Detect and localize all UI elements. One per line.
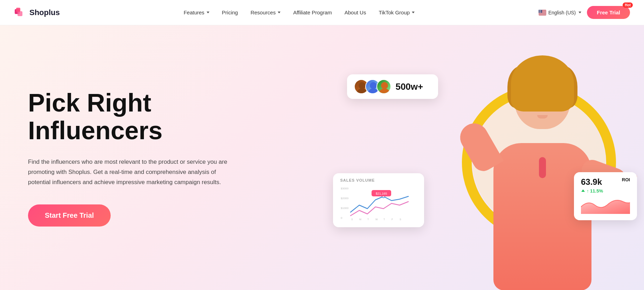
svg-point-18 <box>540 11 540 11</box>
svg-point-36 <box>540 12 540 13</box>
svg-rect-1 <box>18 11 22 16</box>
logo-link[interactable]: Shoplus <box>14 6 60 19</box>
roi-number: 63.9k <box>581 177 602 187</box>
language-selector[interactable]: English (US) <box>539 10 582 15</box>
chevron-down-icon <box>579 12 581 13</box>
mouth <box>537 115 548 119</box>
svg-text:F: F <box>392 218 393 221</box>
nav-about[interactable]: About Us <box>345 9 366 15</box>
nav-pricing[interactable]: Pricing <box>222 9 238 15</box>
svg-marker-59 <box>581 189 585 192</box>
svg-point-33 <box>541 12 541 12</box>
flag-icon <box>539 10 546 15</box>
svg-point-12 <box>539 10 540 10</box>
navbar: Shoplus Features Pricing Resources Affil… <box>0 0 644 25</box>
svg-point-26 <box>540 11 540 12</box>
svg-point-25 <box>539 11 539 12</box>
roi-card: 63.9k ROI ↑ 11.5% <box>574 172 637 220</box>
hoodie-string <box>539 157 546 178</box>
svg-text:$21,165: $21,165 <box>376 192 387 195</box>
svg-text:$3000: $3000 <box>341 187 349 190</box>
hero-right: 500w+ SALES VOLUME $3000 $2000 $1000 0 S… <box>354 25 644 290</box>
svg-text:W: W <box>375 218 378 221</box>
chevron-down-icon <box>207 12 209 13</box>
svg-text:T: T <box>383 218 385 221</box>
svg-point-40 <box>370 82 377 89</box>
hero-description: Find the influencers who are most releva… <box>28 157 231 188</box>
person-illustration <box>469 38 616 290</box>
svg-text:S: S <box>400 218 401 221</box>
svg-point-22 <box>540 11 540 11</box>
svg-point-42 <box>381 82 388 89</box>
hair-shape <box>511 55 574 112</box>
svg-point-34 <box>539 12 539 13</box>
svg-point-19 <box>541 11 541 11</box>
svg-rect-9 <box>539 14 546 15</box>
svg-text:T: T <box>367 218 369 221</box>
nav-links: Features Pricing Resources Affiliate Pro… <box>183 9 415 15</box>
svg-point-21 <box>539 11 540 11</box>
svg-point-14 <box>540 10 541 10</box>
svg-point-17 <box>540 11 540 11</box>
hero-section: Pick Right Influencers Find the influenc… <box>0 25 644 290</box>
start-trial-button[interactable]: Start Free Trial <box>28 204 111 227</box>
sales-chart: $3000 $2000 $1000 0 S M T W T F S <box>340 186 417 221</box>
sales-volume-card: SALES VOLUME $3000 $2000 $1000 0 S M T W… <box>333 173 424 227</box>
hero-title: Pick Right Influencers <box>28 89 333 144</box>
svg-point-29 <box>539 12 539 12</box>
svg-point-31 <box>540 12 540 12</box>
svg-point-35 <box>540 12 540 13</box>
roi-wave-chart <box>581 196 630 214</box>
avatar-group <box>354 79 391 94</box>
svg-point-23 <box>540 11 541 11</box>
nav-resources[interactable]: Resources <box>250 9 281 15</box>
nav-tiktok[interactable]: TikTok Group <box>379 9 415 15</box>
svg-point-20 <box>539 11 539 11</box>
svg-point-38 <box>359 82 366 89</box>
sales-volume-title: SALES VOLUME <box>340 178 417 182</box>
avatar-3 <box>376 79 391 94</box>
svg-point-43 <box>379 88 390 94</box>
brand-name: Shoplus <box>29 8 60 17</box>
svg-text:0: 0 <box>341 216 342 220</box>
influencer-count-card: 500w+ <box>347 74 438 99</box>
chevron-down-icon <box>278 12 281 13</box>
chevron-down-icon <box>412 12 415 13</box>
influencer-count: 500w+ <box>395 81 423 92</box>
svg-point-32 <box>540 12 541 12</box>
svg-point-24 <box>541 11 541 11</box>
roi-label: ROI <box>622 177 630 182</box>
arrow-up-icon <box>581 189 585 193</box>
roi-change: ↑ 11.5% <box>581 188 630 194</box>
svg-point-11 <box>539 10 539 10</box>
svg-point-30 <box>539 12 540 12</box>
svg-text:M: M <box>359 218 361 221</box>
svg-rect-8 <box>539 14 546 14</box>
nav-features[interactable]: Features <box>183 9 209 15</box>
svg-point-37 <box>541 12 541 13</box>
svg-text:$2000: $2000 <box>341 197 349 200</box>
svg-point-27 <box>540 11 540 12</box>
free-trial-button[interactable]: Free Trial Hot <box>587 6 630 19</box>
nav-affiliate[interactable]: Affiliate Program <box>293 9 332 15</box>
svg-text:$1000: $1000 <box>341 207 349 210</box>
svg-rect-2 <box>16 8 20 12</box>
nav-right: English (US) Free Trial Hot <box>539 6 630 19</box>
svg-point-13 <box>540 10 540 10</box>
svg-text:S: S <box>351 218 353 221</box>
svg-point-16 <box>539 11 539 11</box>
hot-badge: Hot <box>623 2 633 8</box>
svg-point-15 <box>541 10 541 10</box>
logo-icon <box>14 6 27 19</box>
svg-rect-7 <box>539 13 546 13</box>
svg-point-28 <box>541 11 541 12</box>
hero-left: Pick Right Influencers Find the influenc… <box>0 25 354 290</box>
